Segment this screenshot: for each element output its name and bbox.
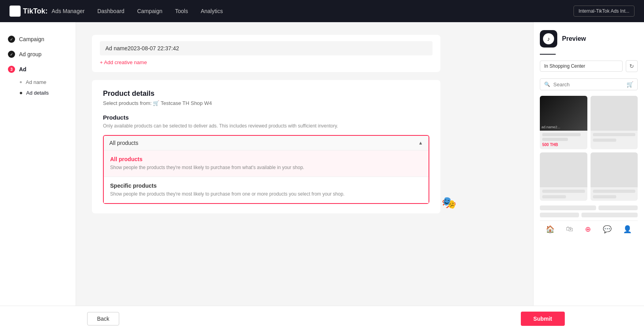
product-name-placeholder — [542, 133, 581, 136]
skel-line-2 — [593, 139, 617, 142]
preview-title: Preview — [562, 35, 586, 42]
ad-name-section: + Add creative name — [92, 35, 440, 72]
dropdown-option-specific-products[interactable]: Specific products Show people the produc… — [104, 177, 429, 203]
sidebar-label-campaign: Campaign — [19, 36, 44, 42]
shop-emoji: 🛒 — [153, 100, 160, 106]
skel-line-6 — [593, 195, 617, 198]
nav-home-icon: 🏠 — [546, 225, 554, 234]
search-icon: 🔍 — [544, 82, 550, 87]
dropdown-menu: All products Show people the products th… — [104, 150, 429, 203]
sidebar-item-campaign[interactable]: ✓ Campaign — [0, 32, 76, 47]
preview-search-bar: 🔍 🛒 — [540, 78, 638, 90]
preview-separator — [540, 54, 556, 55]
skeleton-card-1 — [591, 96, 638, 149]
sidebar-label-ad: Ad — [19, 66, 27, 72]
nav-message-icon: 💬 — [603, 225, 612, 234]
all-products-desc: Show people the products they're most li… — [110, 164, 422, 171]
skel-box-2 — [598, 205, 638, 210]
products-dropdown-wrapper: All products ▲ All products Show people … — [103, 135, 429, 204]
add-creative-link[interactable]: + Add creative name — [100, 59, 147, 65]
bottom-bar: Back Submit — [0, 306, 644, 331]
preview-search-input[interactable] — [553, 82, 623, 88]
account-button[interactable]: Internal-TikTok Ads Int... — [574, 6, 634, 17]
cart-icon: 🛒 — [627, 81, 633, 88]
products-description: Only available products can be selected … — [103, 122, 429, 129]
mascot-emoji: 🎭 — [442, 196, 456, 209]
sidebar-item-ad[interactable]: 3 Ad — [0, 62, 76, 77]
skeleton-card-3 — [591, 152, 638, 201]
product-details-section: Product details Select products from: 🛒 … — [92, 80, 440, 213]
sidebar-label-ad-details: Ad details — [26, 90, 49, 96]
preview-bottom-nav: 🏠 🛍 ⊕ 💬 👤 — [540, 221, 638, 234]
skel-img-1 — [591, 96, 638, 131]
specific-products-desc: Show people the products they're most li… — [110, 190, 422, 198]
skel-line-3 — [542, 190, 585, 193]
check-icon-ad-group: ✓ — [8, 51, 15, 58]
top-navigation: ♪ TikTok: Ads Manager Dashboard Campaign… — [0, 0, 644, 22]
skel-img-2 — [540, 152, 587, 187]
account-section: Internal-TikTok Ads Int... — [574, 6, 634, 17]
skel-box-4 — [581, 213, 638, 217]
dropdown-option-all-products[interactable]: All products Show people the products th… — [104, 150, 429, 177]
product-price: 500 THB — [542, 143, 585, 147]
dropdown-selected-value: All products — [109, 140, 138, 146]
sidebar: ✓ Campaign ✓ Ad group 3 Ad Ad name Ad de… — [0, 22, 76, 331]
check-icon-campaign: ✓ — [8, 36, 15, 43]
nav-campaign[interactable]: Campaign — [137, 6, 162, 16]
featured-product-image: ad.name2... — [540, 96, 587, 131]
skel-line-4 — [542, 195, 566, 198]
all-products-title: All products — [110, 156, 422, 162]
skel-box-3 — [540, 213, 579, 217]
specific-products-title: Specific products — [110, 183, 422, 189]
nav-shop-icon: 🛍 — [566, 225, 573, 234]
brand-name: TikTok: — [23, 7, 48, 15]
product-details-title: Product details — [103, 89, 429, 98]
sidebar-label-ad-group: Ad group — [19, 51, 42, 57]
sidebar-item-ad-group[interactable]: ✓ Ad group — [0, 47, 76, 62]
tiktok-icon: ♪ — [10, 6, 21, 17]
featured-product-info: 500 THB — [540, 131, 587, 149]
skel-line-1 — [593, 133, 636, 136]
submit-button[interactable]: Submit — [521, 312, 565, 326]
products-label: Products — [103, 114, 429, 121]
step-number-ad: 3 — [8, 66, 15, 73]
preview-header: ♪ Preview — [540, 30, 638, 48]
dropdown-trigger[interactable]: All products ▲ — [104, 136, 429, 150]
dot-icon-ad-details — [20, 92, 22, 94]
refresh-button[interactable]: ↻ — [626, 60, 638, 72]
sidebar-item-ad-details[interactable]: Ad details — [0, 88, 76, 98]
tiktok-preview-logo: ♪ — [540, 30, 557, 48]
nav-tools[interactable]: Tools — [175, 6, 188, 16]
select-from-text: Select products from: 🛒 Testcase TH Shop… — [103, 100, 429, 106]
skeleton-card-2 — [540, 152, 587, 201]
brand-logo: ♪ TikTok: Ads Manager — [10, 6, 85, 17]
preview-panel: ♪ Preview In Shopping Center ↻ 🔍 🛒 ad.na… — [533, 22, 644, 331]
product-name: Ads Manager — [51, 8, 84, 14]
dot-icon-ad-name — [20, 81, 22, 83]
skeleton-row-1 — [540, 205, 638, 210]
tiktok-logo-inner: ♪ — [543, 33, 554, 44]
back-button[interactable]: Back — [87, 312, 119, 325]
main-content: + Add creative name Product details Sele… — [76, 22, 533, 331]
ad-name-input[interactable] — [100, 41, 433, 55]
skel-line-5 — [593, 190, 636, 193]
nav-add-icon: ⊕ — [585, 225, 591, 234]
nav-analytics[interactable]: Analytics — [201, 6, 223, 16]
sidebar-label-ad-name: Ad name — [26, 79, 46, 85]
skel-img-3 — [591, 152, 638, 187]
placement-select[interactable]: In Shopping Center — [540, 61, 623, 72]
product-name-placeholder-short — [542, 138, 568, 141]
preview-product-grid: ad.name2... 500 THB — [540, 96, 638, 201]
nav-profile-icon: 👤 — [623, 225, 632, 234]
shop-name: Testcase TH Shop W4 — [161, 100, 212, 106]
nav-dashboard[interactable]: Dashboard — [97, 6, 125, 16]
skeleton-row-2 — [540, 213, 638, 217]
chevron-up-icon: ▲ — [418, 140, 423, 146]
preview-controls: In Shopping Center ↻ — [540, 60, 638, 72]
skel-box-1 — [540, 205, 596, 210]
sidebar-item-ad-name[interactable]: Ad name — [0, 77, 76, 88]
product-ad-label: ad.name2... — [541, 125, 560, 129]
featured-product-card: ad.name2... 500 THB — [540, 96, 587, 149]
